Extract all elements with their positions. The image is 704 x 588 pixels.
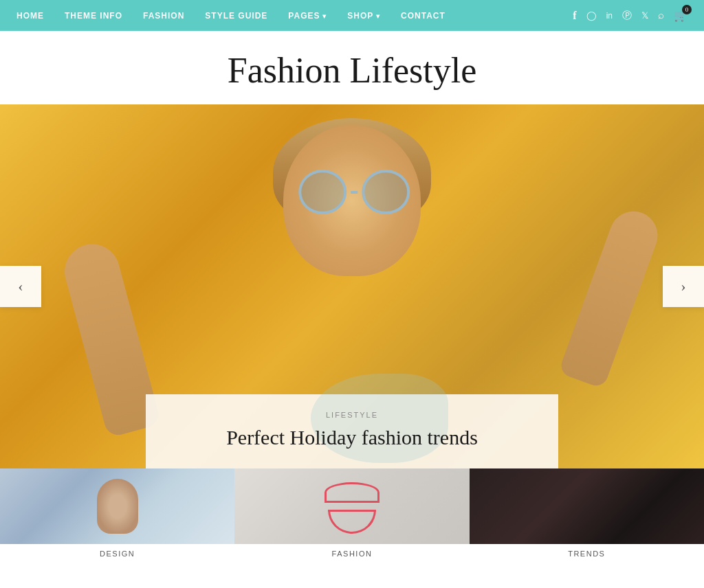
card-design-image — [0, 468, 234, 544]
hero-slider: ‹ › LIFESTYLE Perfect Holiday fashion tr… — [0, 104, 704, 468]
slide-category: LIFESTYLE — [173, 411, 531, 419]
nav-icons: f ◯ in Ⓟ 𝕏 ⌕ 🛒 0 — [573, 9, 688, 22]
twitter-icon[interactable]: 𝕏 — [641, 10, 648, 21]
slider-prev-button[interactable]: ‹ — [0, 266, 41, 307]
nav-theme-info[interactable]: THEME INFO — [65, 11, 122, 21]
slide-title: Perfect Holiday fashion trends — [173, 426, 531, 449]
glass-right — [362, 170, 410, 214]
linkedin-icon[interactable]: in — [606, 11, 613, 21]
main-nav: HOME THEME INFO FASHION STYLE GUIDE PAGE… — [0, 0, 704, 31]
nav-shop[interactable]: SHOP — [347, 11, 380, 21]
nav-fashion[interactable]: FASHION — [143, 11, 184, 21]
search-icon[interactable]: ⌕ — [658, 10, 664, 21]
card-fashion-label: FASHION — [234, 544, 469, 562]
pinterest-icon[interactable]: Ⓟ — [622, 10, 632, 22]
sunglasses — [298, 170, 410, 214]
cart-icon[interactable]: 🛒 0 — [674, 9, 688, 22]
slide-caption: LIFESTYLE Perfect Holiday fashion trends — [146, 394, 558, 468]
site-title: Fashion Lifestyle — [0, 50, 704, 91]
nav-home[interactable]: HOME — [16, 11, 44, 21]
card-fashion[interactable]: FASHION — [234, 468, 469, 562]
glass-left — [298, 170, 346, 214]
glass-bridge — [351, 191, 358, 194]
facebook-icon[interactable]: f — [573, 10, 576, 22]
card-trends[interactable]: TRENDS — [470, 468, 704, 562]
nav-contact[interactable]: CONTACT — [401, 11, 446, 21]
card-trends-label: TRENDS — [470, 544, 704, 562]
cart-badge-count: 0 — [682, 5, 692, 14]
instagram-icon[interactable]: ◯ — [586, 10, 597, 21]
card-fashion-image — [234, 468, 469, 544]
cards-row: DESIGN FASHION TRENDS — [0, 468, 704, 562]
card-design-label: DESIGN — [0, 544, 234, 562]
card-trends-image — [470, 468, 704, 544]
bikini-bottom — [328, 510, 376, 534]
card-design[interactable]: DESIGN — [0, 468, 234, 562]
nav-links: HOME THEME INFO FASHION STYLE GUIDE PAGE… — [16, 11, 446, 21]
slider-next-button[interactable]: › — [663, 266, 704, 307]
arm-right — [558, 205, 665, 389]
bikini-top — [324, 482, 380, 503]
site-header: Fashion Lifestyle — [0, 31, 704, 104]
nav-pages[interactable]: PAGES — [288, 11, 327, 21]
nav-style-guide[interactable]: STYLE GUIDE — [205, 11, 267, 21]
